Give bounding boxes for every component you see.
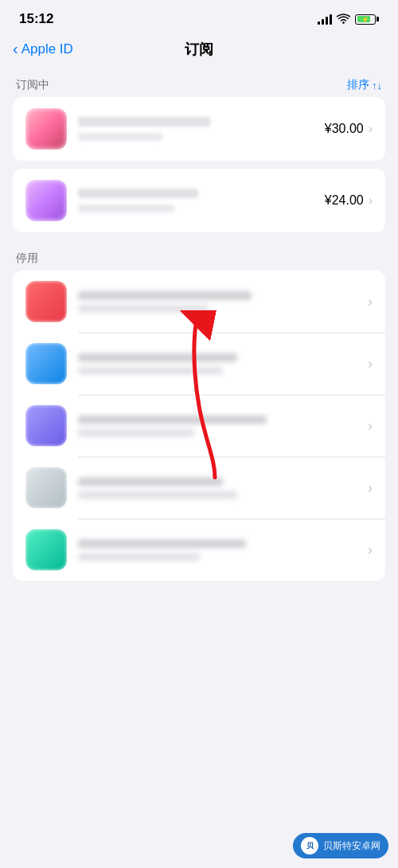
watermark-text: 贝斯特安卓网 [323, 839, 380, 853]
stopped-item-4[interactable]: › [13, 457, 385, 519]
stopped-sub-1 [78, 305, 209, 313]
battery-icon: ⚡ [355, 14, 379, 25]
stopped-chevron-4: › [368, 480, 373, 496]
stopped-sub-4 [78, 491, 237, 499]
item-price-1: ¥30.00 › [325, 122, 373, 136]
item-name-2 [78, 189, 198, 198]
stopped-info-3 [78, 415, 368, 437]
stopped-info-4 [78, 477, 368, 499]
back-button[interactable]: ‹ Apple ID [13, 41, 73, 58]
stopped-app-icon-1 [25, 281, 67, 322]
stopped-name-3 [78, 415, 267, 424]
stopped-info-2 [78, 353, 368, 375]
subscription-item-1[interactable]: ¥30.00 › [13, 97, 385, 161]
stopped-name-2 [78, 353, 237, 362]
nav-bar: ‹ Apple ID 订阅 [0, 33, 398, 68]
signal-icon [318, 14, 332, 25]
item-info-2 [78, 189, 318, 212]
status-icons: ⚡ [318, 13, 379, 26]
back-label: Apple ID [21, 41, 73, 57]
stopped-app-icon-2 [25, 343, 67, 384]
stopped-info-1 [78, 291, 368, 313]
price-value-2: ¥24.00 [325, 193, 364, 208]
app-icon-1 [25, 108, 67, 150]
stopped-info-5 [78, 539, 368, 561]
status-bar: 15:12 ⚡ [0, 0, 398, 33]
status-time: 15:12 [19, 11, 53, 27]
stopped-app-icon-4 [25, 467, 67, 508]
stopped-app-icon-3 [25, 405, 67, 446]
watermark-logo: 贝 [301, 837, 318, 854]
chevron-right-icon-1: › [369, 122, 373, 136]
wifi-icon [337, 13, 350, 26]
active-section-header: 订阅中 排序 ↑↓ [0, 68, 398, 97]
price-value-1: ¥30.00 [325, 122, 364, 136]
back-chevron-icon: ‹ [13, 40, 18, 58]
chevron-right-icon-2: › [369, 193, 373, 208]
active-section-label: 订阅中 [16, 78, 49, 92]
stopped-name-1 [78, 291, 252, 300]
item-info-1 [78, 117, 318, 141]
app-icon-2 [25, 180, 67, 221]
subscription-card-2[interactable]: ¥24.00 › [13, 169, 385, 232]
stopped-chevron-1: › [368, 294, 373, 310]
sort-label: 排序 [347, 78, 369, 92]
subscription-item-2[interactable]: ¥24.00 › [13, 169, 385, 232]
item-subtitle-1 [78, 133, 162, 141]
watermark: 贝 贝斯特安卓网 [293, 833, 388, 858]
item-name-1 [78, 117, 210, 127]
stopped-app-icon-5 [25, 529, 67, 570]
stopped-chevron-2: › [368, 356, 373, 372]
stopped-item-3[interactable]: › [13, 395, 385, 457]
stopped-sub-3 [78, 429, 194, 437]
stopped-item-2[interactable]: › [13, 333, 385, 395]
stopped-sub-5 [78, 553, 200, 561]
stopped-subscriptions-card: › › › › [13, 271, 385, 581]
svg-point-0 [342, 21, 344, 23]
stopped-name-5 [78, 539, 246, 548]
page-title: 订阅 [185, 40, 213, 59]
item-price-2: ¥24.00 › [325, 193, 373, 208]
stopped-chevron-3: › [368, 418, 373, 434]
sort-icon: ↑↓ [372, 80, 382, 91]
item-subtitle-2 [78, 204, 174, 212]
stopped-sub-2 [78, 367, 223, 375]
stopped-item-1[interactable]: › [13, 271, 385, 333]
stopped-item-5[interactable]: › [13, 519, 385, 581]
stopped-label-text: 停用 [16, 251, 38, 264]
sort-button[interactable]: 排序 ↑↓ [347, 78, 382, 92]
stopped-section-label: 停用 [0, 240, 398, 271]
stopped-name-4 [78, 477, 223, 486]
stopped-chevron-5: › [368, 542, 373, 559]
subscription-card-1[interactable]: ¥30.00 › [13, 97, 385, 161]
